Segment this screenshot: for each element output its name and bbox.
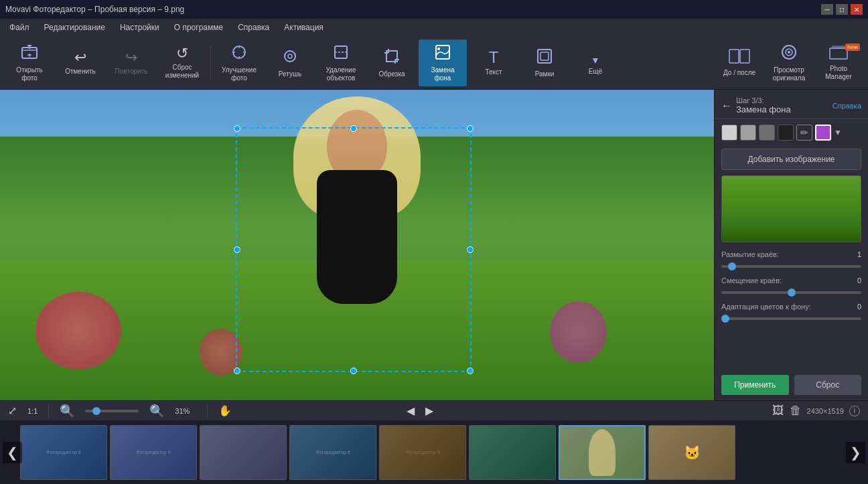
reset-button[interactable]: Сброс [794,375,862,395]
panel-back-button[interactable]: ← [721,100,732,112]
undo-label: Отменить [65,68,96,76]
film-thumb-2: Фоторедактор 8 [111,426,196,479]
filmstrip-prev-button[interactable]: ❮ [3,442,22,463]
menu-edit[interactable]: Редактирование [38,21,112,33]
filmstrip-next-button[interactable]: ❯ [846,442,865,463]
film-thumb-5: Фоторедактор 8 [380,426,465,479]
film-view-button[interactable]: 🖼 [772,404,784,418]
swatch-dark[interactable] [759,125,775,141]
action-buttons: Применить Сброс [715,370,868,400]
crop-icon [383,48,401,68]
blur-value: 1 [857,250,861,258]
tool-undo[interactable]: ↩ Отменить [56,39,104,86]
menu-settings[interactable]: Настройки [113,21,166,33]
add-image-button[interactable]: Добавить изображение [721,149,861,170]
adapt-slider[interactable] [721,317,861,320]
next-image-button[interactable]: ▶ [425,404,433,417]
zoom-slider[interactable] [85,410,139,412]
maximize-button[interactable]: □ [836,4,848,15]
bg-label: Заменафона [431,66,454,82]
enhance-label: Улучшениефото [222,66,257,82]
filmstrip-item-3[interactable] [200,425,287,480]
more-icon: ▼ [591,56,600,65]
shift-slider[interactable] [721,291,861,294]
reset-label: Сбросизменений [165,64,199,80]
filmstrip-item-2[interactable]: Фоторедактор 8 [110,425,197,480]
crop-label: Обрезка [378,70,405,78]
shift-label: Смещение краёв: [721,276,782,285]
flower-3 [550,301,607,364]
tool-view-original[interactable]: Просмотроригинала [765,39,813,86]
pan-tool-button[interactable]: ✋ [218,404,232,417]
tool-text[interactable]: T Текст [469,39,518,86]
tool-frames[interactable]: Рамки [520,39,569,86]
tool-redo[interactable]: ↪ Повторить [107,39,155,86]
flower-2 [200,329,242,376]
menu-about[interactable]: О программе [167,21,230,33]
panel-content: ← Шаг 3/3: Замена фона Справка ✏ ▼ Добав… [715,90,868,400]
menu-file[interactable]: Файл [3,21,36,33]
tool-reset[interactable]: ↺ Сбросизменений [158,39,206,86]
filmstrip-item-6[interactable] [469,425,556,480]
image-info-icon[interactable]: i [849,406,860,416]
view-original-label: Просмотроригинала [773,66,805,82]
panel-help-link[interactable]: Справка [833,102,861,110]
zoom-in-button[interactable]: 🔍 [149,404,164,418]
swatch-accent[interactable] [815,125,831,141]
frames-icon [536,48,553,68]
filmstrip-item-8[interactable]: 🐱 [648,425,735,480]
tool-more[interactable]: ▼ Ещё [571,39,620,86]
zoom-1to1-button[interactable]: 1:1 [27,407,38,415]
swatch-light[interactable] [721,125,737,141]
open-icon [21,44,38,64]
canvas-area[interactable] [0,90,714,400]
svg-rect-23 [729,50,739,63]
text-label: Текст [485,68,502,76]
statusbar: ⤢ 1:1 🔍 🔍 31% ✋ ◀ ▶ 🖼 🗑 2430×1519 i [0,400,868,420]
main-area: ← Шаг 3/3: Замена фона Справка ✏ ▼ Добав… [0,90,868,400]
nav-arrows: ◀ ▶ [407,404,433,417]
prev-image-button[interactable]: ◀ [407,404,415,417]
minimize-button[interactable]: ─ [821,4,833,15]
tool-open[interactable]: Открытьфото [5,39,54,86]
titlebar-title: Movavi Фоторедактор – Пробная версия – 9… [5,5,184,14]
swatch-black[interactable] [778,125,794,141]
swatch-pencil[interactable]: ✏ [796,125,812,141]
filmstrip-item-4[interactable]: Фоторедактор 8 [289,425,376,480]
remove-label: Удалениеобъектов [326,66,356,82]
tool-retouch[interactable]: Ретушь [266,39,314,86]
swatch-dropdown[interactable]: ▼ [834,128,842,137]
apply-button[interactable]: Применить [721,375,789,395]
filmstrip-item-7[interactable] [559,425,646,480]
menu-help[interactable]: Справка [231,21,276,33]
before-after-label: До / после [723,69,755,77]
fit-screen-button[interactable]: ⤢ [8,404,17,417]
blur-slider[interactable] [721,265,861,268]
tool-remove[interactable]: Удалениеобъектов [317,39,365,86]
tool-photo-manager[interactable]: New PhotoManager [814,39,863,86]
film-thumb-4: Фоторедактор 8 [290,426,376,479]
panel-step-title: Шаг 3/3: Замена фона [736,96,791,114]
swatch-gray[interactable] [740,125,756,141]
tool-bg[interactable]: Заменафона [419,39,467,86]
color-swatches: ✏ ▼ [715,119,868,146]
menu-activation[interactable]: Активация [277,21,330,33]
shift-value: 0 [857,276,861,285]
bg-icon [434,44,451,64]
blur-label: Размытие краёв: [721,250,779,258]
close-button[interactable]: ✕ [851,4,863,15]
delete-image-button[interactable]: 🗑 [790,404,802,418]
tool-before-after[interactable]: До / после [715,39,764,86]
filmstrip-item-5[interactable]: Фоторедактор 8 [379,425,466,480]
bg-preview-thumbnail[interactable] [721,175,861,242]
svg-point-27 [788,51,790,54]
tool-enhance[interactable]: Улучшениефото [215,39,263,86]
svg-point-10 [285,51,295,62]
film-thumb-3 [200,426,286,479]
sliders-area: Размытие краёв: 1 Смещение краёв: 0 Адап… [715,245,868,334]
zoom-out-button[interactable]: 🔍 [60,404,74,418]
cat-hint: 🐱 [684,445,701,461]
filmstrip-item-1[interactable]: Фоторедактор 8 [20,425,107,480]
tool-crop[interactable]: Обрезка [368,39,416,86]
before-after-icon [729,49,750,66]
